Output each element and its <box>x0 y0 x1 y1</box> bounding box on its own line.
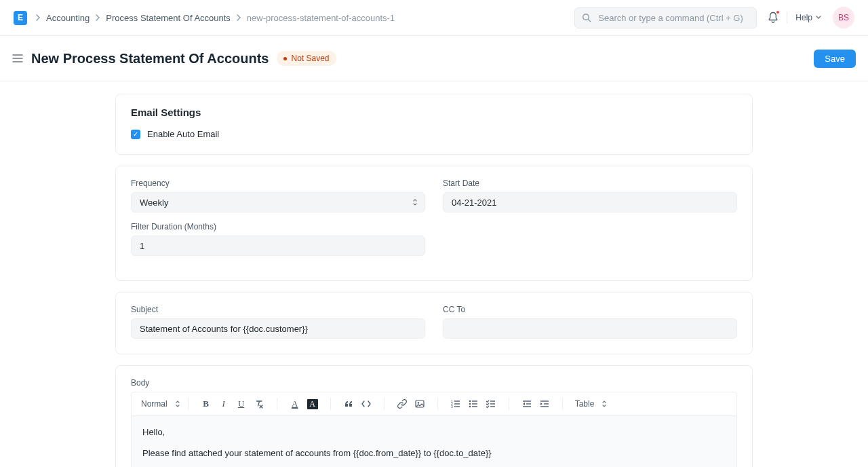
sidebar-toggle[interactable] <box>12 54 23 63</box>
breadcrumb-current: new-process-statement-of-accounts-1 <box>247 13 395 23</box>
start-date-label: Start Date <box>443 179 737 188</box>
heading-picker[interactable]: Normal <box>138 399 184 409</box>
status-text: Not Saved <box>291 54 329 63</box>
help-label: Help <box>795 13 812 22</box>
code-button[interactable] <box>358 396 374 412</box>
cc-to-label: CC To <box>443 305 737 314</box>
form-content: Email Settings ✓ Enable Auto Email Frequ… <box>115 81 753 467</box>
heading-picker-value: Normal <box>141 399 167 409</box>
filter-duration-input[interactable] <box>131 236 425 256</box>
search-input[interactable] <box>574 7 757 29</box>
ordered-list-button[interactable]: 123 <box>448 396 464 412</box>
body-editor[interactable]: Hello, Please find attached your stateme… <box>131 416 737 467</box>
bullet-list-button[interactable] <box>465 396 481 412</box>
breadcrumb: Accounting Process Statement Of Accounts… <box>35 13 574 23</box>
editor-toolbar: Normal B I U A A <box>131 392 737 416</box>
svg-point-17 <box>469 403 471 405</box>
svg-line-1 <box>589 20 591 22</box>
chevron-right-icon <box>95 14 100 21</box>
subject-input[interactable] <box>131 318 425 339</box>
search-wrap <box>574 7 757 29</box>
select-caret-icon <box>412 198 418 207</box>
svg-point-19 <box>469 406 471 408</box>
email-settings-section: Email Settings ✓ Enable Auto Email <box>115 94 753 155</box>
enable-auto-email-checkbox[interactable]: ✓ <box>131 130 140 139</box>
outdent-button[interactable] <box>519 396 535 412</box>
svg-text:3: 3 <box>451 405 453 408</box>
filter-duration-label: Filter Duration (Months) <box>131 222 425 231</box>
frequency-select[interactable] <box>131 192 425 212</box>
clear-format-button[interactable] <box>251 396 267 412</box>
cc-to-input[interactable] <box>443 318 737 339</box>
breadcrumb-link-accounting[interactable]: Accounting <box>46 13 90 23</box>
underline-button[interactable]: U <box>233 396 250 412</box>
page-head: New Process Statement Of Accounts Not Sa… <box>0 36 868 81</box>
save-button[interactable]: Save <box>814 50 856 68</box>
chevron-right-icon <box>35 14 41 21</box>
blockquote-button[interactable] <box>340 396 357 412</box>
menu-icon <box>12 54 23 63</box>
enable-auto-email-field: ✓ Enable Auto Email <box>131 129 737 139</box>
message-section: Subject CC To <box>115 292 753 354</box>
italic-button[interactable]: I <box>216 396 232 412</box>
user-avatar[interactable]: BS <box>833 7 854 29</box>
notification-dot <box>776 10 780 14</box>
bold-button[interactable]: B <box>198 396 214 412</box>
start-date-input[interactable] <box>443 192 737 212</box>
status-dot-icon <box>283 57 287 60</box>
svg-point-15 <box>469 400 471 403</box>
help-dropdown[interactable]: Help <box>795 13 822 22</box>
status-badge: Not Saved <box>277 51 336 66</box>
app-logo[interactable]: E <box>14 11 27 25</box>
navbar: E Accounting Process Statement Of Accoun… <box>0 0 868 36</box>
schedule-section: Frequency Filter Duration (Months) <box>115 166 753 281</box>
frequency-label: Frequency <box>131 179 425 188</box>
search-icon <box>582 13 591 22</box>
section-title-email-settings: Email Settings <box>131 107 737 118</box>
indent-button[interactable] <box>536 396 553 412</box>
page-title: New Process Statement Of Accounts <box>31 51 269 67</box>
svg-point-8 <box>417 402 418 403</box>
check-list-button[interactable] <box>483 396 499 412</box>
check-icon: ✓ <box>133 131 138 138</box>
body-label: Body <box>131 378 737 388</box>
body-line: Please find attached your statement of a… <box>142 448 726 458</box>
link-button[interactable] <box>394 396 410 412</box>
text-color-button[interactable]: A <box>287 396 303 412</box>
highlight-button[interactable]: A <box>304 396 321 412</box>
select-caret-icon <box>174 399 181 409</box>
table-picker-label: Table <box>575 399 595 409</box>
image-button[interactable] <box>412 396 428 412</box>
select-caret-icon <box>601 399 608 409</box>
body-line: Hello, <box>142 427 726 437</box>
chevron-down-icon <box>815 15 822 20</box>
breadcrumb-link-process-soa[interactable]: Process Statement Of Accounts <box>106 13 231 23</box>
subject-label: Subject <box>131 305 425 314</box>
table-picker[interactable]: Table <box>567 399 611 409</box>
notifications-button[interactable] <box>768 12 787 24</box>
chevron-right-icon <box>236 14 241 21</box>
enable-auto-email-label: Enable Auto Email <box>147 129 219 139</box>
body-section: Body Normal B I U A A <box>115 365 753 467</box>
